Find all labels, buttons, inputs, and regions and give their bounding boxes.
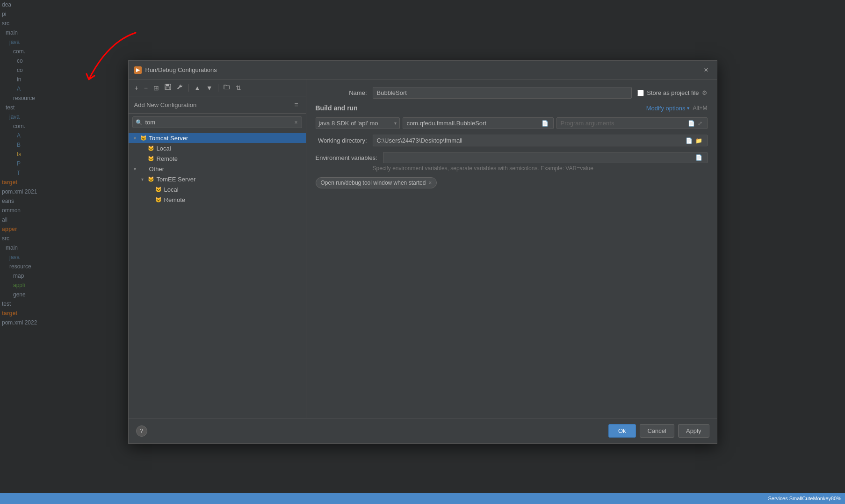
store-as-project-label: Store as project file xyxy=(647,89,699,96)
tomee-remote-icon: 🐱 xyxy=(155,196,162,203)
sdk-arrow: ▾ xyxy=(394,121,397,126)
move-down-button[interactable]: ▼ xyxy=(204,83,215,93)
other-label: Other xyxy=(149,166,302,173)
store-as-project-container: Store as project file ⚙ xyxy=(637,89,707,96)
wrench-button[interactable] xyxy=(174,82,186,93)
tomcat-local-icon: 🐱 xyxy=(147,144,155,152)
dialog-title-left: ▶ Run/Debug Configurations xyxy=(134,66,217,74)
wrench-icon xyxy=(177,84,183,90)
program-args-edit-button[interactable]: 📄 xyxy=(687,120,696,127)
tomcat-remote-item[interactable]: 🐱 Remote xyxy=(129,153,306,164)
run-config-row: java 8 SDK of 'api' mo ▾ com.qfedu.fmmal… xyxy=(316,117,708,129)
dialog-right-panel: Name: Store as project file ⚙ Build and … xyxy=(306,79,717,418)
dialog-close-button[interactable]: × xyxy=(701,65,711,75)
env-var-edit-button[interactable]: 📄 xyxy=(694,154,703,161)
name-row: Name: Store as project file ⚙ xyxy=(316,87,708,99)
other-item[interactable]: ▾ Other xyxy=(129,164,306,174)
tomee-server-item[interactable]: ▾ 🐱 TomEE Server xyxy=(129,174,306,184)
svg-rect-2 xyxy=(166,87,170,89)
tomee-remote-item[interactable]: 🐱 Remote xyxy=(129,194,306,205)
tomcat-server-label: Tomcat Server xyxy=(149,135,302,142)
add-config-button[interactable]: + xyxy=(132,83,141,93)
store-gear-icon[interactable]: ⚙ xyxy=(702,89,708,96)
copy-config-button[interactable]: ⊞ xyxy=(151,83,161,93)
main-class-input[interactable]: com.qfedu.fmmall.BubbleSort 📄 xyxy=(403,117,554,129)
footer-left: ? xyxy=(136,425,147,437)
save-icon xyxy=(165,84,171,90)
remove-config-button[interactable]: − xyxy=(142,83,150,93)
dialog-body: + − ⊞ xyxy=(129,79,717,418)
tomee-server-icon: 🐱 xyxy=(147,175,155,183)
search-input[interactable] xyxy=(145,119,291,126)
store-as-project-checkbox[interactable] xyxy=(637,90,644,96)
ok-button[interactable]: Ok xyxy=(608,424,636,438)
folder-button[interactable] xyxy=(221,82,232,93)
apply-button[interactable]: Apply xyxy=(678,424,709,438)
working-dir-label: Working directory: xyxy=(316,137,367,144)
search-icon: 🔍 xyxy=(136,119,143,126)
tomcat-local-item[interactable]: 🐱 Local xyxy=(129,143,306,153)
modify-options-chevron: ▾ xyxy=(687,105,690,111)
tomcat-remote-label: Remote xyxy=(157,155,302,162)
main-class-value: com.qfedu.fmmall.BubbleSort xyxy=(407,120,487,127)
working-dir-row: Working directory: C:\Users\24473\Deskto… xyxy=(316,135,708,146)
tomcat-remote-icon: 🐱 xyxy=(147,155,155,162)
sort-button[interactable]: ⇅ xyxy=(233,83,244,93)
cancel-button[interactable]: Cancel xyxy=(640,424,674,438)
config-tree: ▾ 🐱 Tomcat Server 🐱 Local 🐱 Rem xyxy=(129,131,306,418)
add-new-config-options-button[interactable]: ≡ xyxy=(292,100,300,109)
tomee-remote-label: Remote xyxy=(164,196,302,203)
tomee-local-icon: 🐱 xyxy=(155,186,162,193)
program-args-placeholder: Program arguments xyxy=(561,120,614,127)
dialog-footer: ? Ok Cancel Apply xyxy=(129,418,717,443)
sdk-select[interactable]: java 8 SDK of 'api' mo ▾ xyxy=(316,117,400,129)
name-label: Name: xyxy=(316,89,367,96)
name-input[interactable] xyxy=(373,87,632,99)
tomcat-local-label: Local xyxy=(157,145,302,152)
working-dir-buttons: 📄 📁 xyxy=(685,137,703,144)
tomee-server-label: TomEE Server xyxy=(157,176,302,183)
tomcat-server-item[interactable]: ▾ 🐱 Tomcat Server xyxy=(129,133,306,143)
other-expand-arrow: ▾ xyxy=(132,166,138,172)
build-and-run-title: Build and run xyxy=(316,104,358,112)
footer-right: Ok Cancel Apply xyxy=(608,424,709,438)
open-tool-window-tag: Open run/debug tool window when started … xyxy=(316,177,437,188)
tomee-local-label: Local xyxy=(164,186,302,193)
toolbar-separator xyxy=(188,84,189,92)
main-class-browse-button[interactable]: 📄 xyxy=(541,120,549,127)
tag-close-button[interactable]: × xyxy=(428,180,432,186)
env-var-label: Environment variables: xyxy=(316,154,377,161)
toolbar-separator-2 xyxy=(218,84,218,92)
svg-rect-1 xyxy=(166,84,169,86)
dialog-overlay: ▶ Run/Debug Configurations × + − ⊞ xyxy=(0,0,845,504)
help-button[interactable]: ? xyxy=(136,425,147,437)
search-box: 🔍 × xyxy=(132,116,302,128)
working-dir-browse-button[interactable]: 📁 xyxy=(694,137,703,144)
program-args-buttons: 📄 ⤢ xyxy=(687,120,703,127)
dialog-left-panel: + − ⊞ xyxy=(129,79,306,418)
env-var-row: Environment variables: 📄 xyxy=(316,152,708,163)
tomee-expand-arrow: ▾ xyxy=(140,177,145,182)
sdk-value: java 8 SDK of 'api' mo xyxy=(319,120,378,127)
tomcat-server-icon: 🐱 xyxy=(140,134,147,142)
ide-bottom-bar: Services SmallCuteMonkey80% xyxy=(0,493,845,504)
program-args-input[interactable]: Program arguments 📄 ⤢ xyxy=(556,117,708,129)
config-toolbar: + − ⊞ xyxy=(129,79,306,96)
modify-options-shortcut: Alt+M xyxy=(693,105,707,111)
dialog-title-icon: ▶ xyxy=(134,66,142,74)
modify-options-button[interactable]: Modify options ▾ xyxy=(646,105,690,112)
tag-label: Open run/debug tool window when started xyxy=(321,180,426,186)
program-args-expand-button[interactable]: ⤢ xyxy=(697,120,703,127)
dialog-title-text: Run/Debug Configurations xyxy=(145,66,217,73)
save-config-button[interactable] xyxy=(162,82,173,93)
move-up-button[interactable]: ▲ xyxy=(192,83,203,93)
search-clear-button[interactable]: × xyxy=(293,119,298,126)
tomee-local-item[interactable]: 🐱 Local xyxy=(129,184,306,194)
env-var-input[interactable]: 📄 xyxy=(383,152,708,163)
other-icon xyxy=(140,165,147,173)
add-new-config-label: Add New Configuration xyxy=(134,101,197,108)
run-debug-dialog: ▶ Run/Debug Configurations × + − ⊞ xyxy=(128,60,717,444)
working-dir-edit-button[interactable]: 📄 xyxy=(685,137,693,144)
build-and-run-header: Build and run Modify options ▾ Alt+M xyxy=(316,104,708,112)
working-dir-input[interactable]: C:\Users\24473\Desktop\fmmall 📄 📁 xyxy=(373,135,708,146)
